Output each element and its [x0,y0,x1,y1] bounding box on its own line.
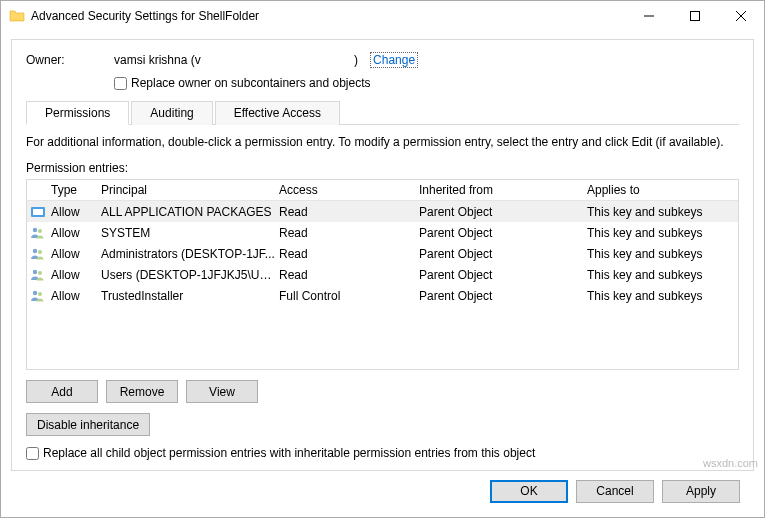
tab-effective-access[interactable]: Effective Access [215,101,340,125]
table-row[interactable]: AllowTrustedInstallerFull ControlParent … [27,285,738,306]
col-access[interactable]: Access [277,183,417,197]
cell-applies: This key and subkeys [585,247,738,261]
permissions-grid: Type Principal Access Inherited from App… [26,179,739,370]
tab-permissions[interactable]: Permissions [26,101,129,125]
table-row[interactable]: AllowALL APPLICATION PACKAGESReadParent … [27,201,738,222]
svg-point-4 [38,229,42,233]
cell-access: Read [277,226,417,240]
add-button[interactable]: Add [26,380,98,403]
tab-auditing[interactable]: Auditing [131,101,212,125]
cell-applies: This key and subkeys [585,268,738,282]
svg-point-3 [33,227,37,231]
ok-button[interactable]: OK [490,480,568,503]
cell-principal: ALL APPLICATION PACKAGES [99,205,277,219]
cell-applies: This key and subkeys [585,289,738,303]
tabs: Permissions Auditing Effective Access [26,100,739,125]
cell-type: Allow [49,268,99,282]
replace-owner-label: Replace owner on subcontainers and objec… [131,76,370,90]
cell-type: Allow [49,289,99,303]
cell-access: Full Control [277,289,417,303]
cell-inherited: Parent Object [417,205,585,219]
entries-label: Permission entries: [26,161,739,175]
package-icon [27,204,49,220]
cell-type: Allow [49,247,99,261]
cell-inherited: Parent Object [417,268,585,282]
table-row[interactable]: AllowUsers (DESKTOP-1JFJKJ5\Users)ReadPa… [27,264,738,285]
title-bar: Advanced Security Settings for ShellFold… [1,1,764,31]
cell-applies: This key and subkeys [585,205,738,219]
cell-type: Allow [49,226,99,240]
window: Advanced Security Settings for ShellFold… [0,0,765,518]
col-inherited[interactable]: Inherited from [417,183,585,197]
replace-owner-checkbox[interactable]: Replace owner on subcontainers and objec… [114,76,739,90]
svg-point-7 [33,269,37,273]
view-button[interactable]: View [186,380,258,403]
client-area: Owner: vamsi krishna (v ) Change Replace… [1,31,764,517]
cell-inherited: Parent Object [417,247,585,261]
remove-button[interactable]: Remove [106,380,178,403]
svg-point-8 [38,271,42,275]
change-owner-link[interactable]: Change [370,52,418,68]
svg-point-5 [33,248,37,252]
cell-access: Read [277,247,417,261]
apply-button[interactable]: Apply [662,480,740,503]
cell-inherited: Parent Object [417,289,585,303]
svg-rect-0 [691,12,700,21]
users-icon [27,225,49,241]
cell-access: Read [277,268,417,282]
cell-principal: TrustedInstaller [99,289,277,303]
cell-applies: This key and subkeys [585,226,738,240]
close-button[interactable] [718,1,764,31]
svg-point-10 [38,292,42,296]
info-text: For additional information, double-click… [26,135,739,149]
col-type[interactable]: Type [49,183,99,197]
svg-point-9 [33,290,37,294]
cell-type: Allow [49,205,99,219]
replace-all-checkbox[interactable]: Replace all child object permission entr… [26,446,739,460]
window-title: Advanced Security Settings for ShellFold… [31,9,626,23]
disable-inheritance-button[interactable]: Disable inheritance [26,413,150,436]
table-row[interactable]: AllowAdministrators (DESKTOP-1JF...ReadP… [27,243,738,264]
users-icon [27,288,49,304]
replace-owner-input[interactable] [114,77,127,90]
minimize-button[interactable] [626,1,672,31]
watermark: wsxdn.com [703,457,758,469]
cancel-button[interactable]: Cancel [576,480,654,503]
cell-principal: SYSTEM [99,226,277,240]
col-principal[interactable]: Principal [99,183,277,197]
main-panel: Owner: vamsi krishna (v ) Change Replace… [11,39,754,471]
cell-principal: Administrators (DESKTOP-1JF... [99,247,277,261]
col-applies[interactable]: Applies to [585,183,738,197]
owner-label: Owner: [26,53,114,67]
cell-inherited: Parent Object [417,226,585,240]
owner-value: vamsi krishna (v ) [114,53,358,67]
table-row[interactable]: AllowSYSTEMReadParent ObjectThis key and… [27,222,738,243]
svg-rect-2 [33,209,43,215]
folder-icon [9,8,25,24]
grid-header: Type Principal Access Inherited from App… [27,180,738,201]
maximize-button[interactable] [672,1,718,31]
users-icon [27,246,49,262]
replace-all-input[interactable] [26,447,39,460]
users-icon [27,267,49,283]
cell-principal: Users (DESKTOP-1JFJKJ5\Users) [99,268,277,282]
cell-access: Read [277,205,417,219]
dialog-footer: OK Cancel Apply [11,471,754,511]
replace-all-label: Replace all child object permission entr… [43,446,535,460]
svg-point-6 [38,250,42,254]
